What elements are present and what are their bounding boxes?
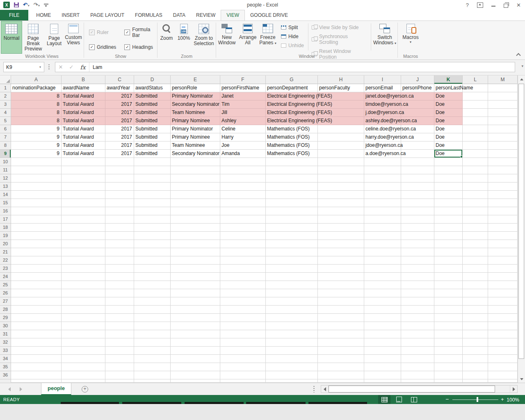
column-header-B[interactable]: B: [62, 75, 105, 84]
cell-K28[interactable]: [434, 306, 463, 314]
column-header-H[interactable]: H: [318, 75, 364, 84]
cell-K25[interactable]: [434, 281, 463, 289]
cell-A4[interactable]: 8: [11, 109, 62, 117]
cell-D29[interactable]: [134, 314, 171, 322]
row-header-5[interactable]: 5: [0, 117, 11, 125]
cell-G14[interactable]: [266, 191, 318, 199]
cell-M23[interactable]: [488, 265, 518, 273]
cell-M25[interactable]: [488, 281, 518, 289]
cell-C19[interactable]: [105, 232, 134, 240]
cell-D3[interactable]: Submitted: [134, 100, 171, 109]
undo-caret-icon[interactable]: ▾: [28, 4, 30, 8]
cell-C36[interactable]: [105, 371, 134, 379]
cell-L22[interactable]: [463, 256, 488, 265]
cell-K34[interactable]: [434, 355, 463, 363]
cell-F32[interactable]: [220, 338, 266, 347]
cell-I25[interactable]: [364, 281, 401, 289]
cell-B27[interactable]: [62, 297, 105, 306]
cell-C28[interactable]: [105, 306, 134, 314]
cell-I10[interactable]: [364, 158, 401, 166]
cell-C21[interactable]: [105, 248, 134, 256]
ribbon-display-options-icon[interactable]: [477, 2, 483, 8]
cell-K15[interactable]: [434, 199, 463, 207]
cell-E14[interactable]: [171, 191, 220, 199]
cell-H14[interactable]: [318, 191, 364, 199]
cell-F7[interactable]: Harry: [220, 133, 266, 142]
cell-D8[interactable]: Submitted: [134, 142, 171, 150]
cell-K7[interactable]: Doe: [434, 133, 463, 142]
cell-B22[interactable]: [62, 256, 105, 265]
cell-G27[interactable]: [266, 297, 318, 306]
zoom-in-icon[interactable]: +: [501, 396, 504, 402]
cell-M16[interactable]: [488, 207, 518, 215]
cell-E15[interactable]: [171, 199, 220, 207]
cell-L26[interactable]: [463, 289, 488, 297]
row-header-25[interactable]: 25: [0, 281, 11, 289]
cell-K14[interactable]: [434, 191, 463, 199]
cell-I7[interactable]: harry.doe@ryerson.ca: [364, 133, 401, 142]
row-header-11[interactable]: 11: [0, 166, 11, 174]
cell-F19[interactable]: [220, 232, 266, 240]
row-header-16[interactable]: 16: [0, 207, 11, 215]
cell-H20[interactable]: [318, 240, 364, 248]
cell-E22[interactable]: [171, 256, 220, 265]
cell-A27[interactable]: [11, 297, 62, 306]
cell-E12[interactable]: [171, 174, 220, 183]
cell-L28[interactable]: [463, 306, 488, 314]
cell-K5[interactable]: Doe: [434, 117, 463, 125]
cell-I6[interactable]: celine.doe@ryerson.ca: [364, 125, 401, 133]
cell-I28[interactable]: [364, 306, 401, 314]
tab-file[interactable]: FILE: [0, 10, 28, 21]
restore-icon[interactable]: [504, 4, 508, 8]
cell-H28[interactable]: [318, 306, 364, 314]
cell-I27[interactable]: [364, 297, 401, 306]
cell-M3[interactable]: [488, 100, 518, 109]
row-header-36[interactable]: 36: [0, 371, 11, 379]
cell-E28[interactable]: [171, 306, 220, 314]
zoom-button[interactable]: Zoom: [158, 21, 175, 54]
cell-L21[interactable]: [463, 248, 488, 256]
cell-K10[interactable]: [434, 158, 463, 166]
cell-I34[interactable]: [364, 355, 401, 363]
row-header-17[interactable]: 17: [0, 215, 11, 224]
cell-E20[interactable]: [171, 240, 220, 248]
arrange-all-button[interactable]: Arrange All: [237, 21, 258, 54]
cell-F29[interactable]: [220, 314, 266, 322]
cell-E27[interactable]: [171, 297, 220, 306]
cell-L8[interactable]: [463, 142, 488, 150]
scrollbar-resize-grip[interactable]: [313, 386, 315, 393]
cell-F5[interactable]: Ashley: [220, 117, 266, 125]
cell-J14[interactable]: [401, 191, 434, 199]
cell-J36[interactable]: [401, 371, 434, 379]
cell-I23[interactable]: [364, 265, 401, 273]
cell-C4[interactable]: 2017: [105, 109, 134, 117]
close-icon[interactable]: ✕: [516, 2, 521, 8]
cell-H29[interactable]: [318, 314, 364, 322]
cell-E25[interactable]: [171, 281, 220, 289]
cell-L29[interactable]: [463, 314, 488, 322]
cell-I16[interactable]: [364, 207, 401, 215]
redo-button[interactable]: ↷▾: [33, 2, 39, 8]
cell-E23[interactable]: [171, 265, 220, 273]
cell-G9[interactable]: Mathematics (FOS): [266, 150, 318, 158]
cell-E32[interactable]: [171, 338, 220, 347]
cell-B32[interactable]: [62, 338, 105, 347]
cell-F14[interactable]: [220, 191, 266, 199]
cell-K11[interactable]: [434, 166, 463, 174]
cell-J13[interactable]: [401, 183, 434, 191]
cell-J29[interactable]: [401, 314, 434, 322]
cell-F26[interactable]: [220, 289, 266, 297]
cell-M5[interactable]: [488, 117, 518, 125]
cell-J9[interactable]: [401, 150, 434, 158]
cell-I15[interactable]: [364, 199, 401, 207]
cell-C27[interactable]: [105, 297, 134, 306]
cell-B23[interactable]: [62, 265, 105, 273]
cell-G35[interactable]: [266, 363, 318, 371]
cell-J10[interactable]: [401, 158, 434, 166]
cell-C22[interactable]: [105, 256, 134, 265]
cell-K33[interactable]: [434, 347, 463, 355]
cell-K6[interactable]: Doe: [434, 125, 463, 133]
normal-view-button[interactable]: Normal: [1, 21, 22, 54]
custom-views-button[interactable]: Custom Views: [64, 21, 83, 54]
cell-H11[interactable]: [318, 166, 364, 174]
